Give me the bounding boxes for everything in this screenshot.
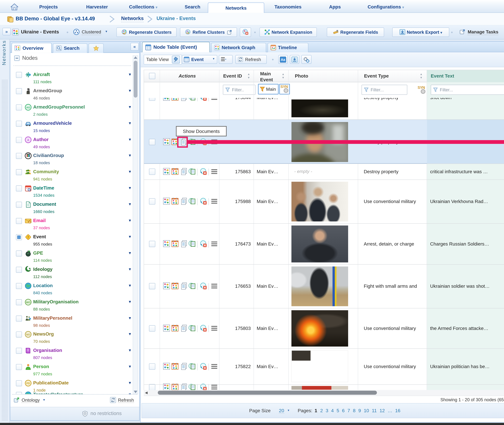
svg-text:NO: NO xyxy=(26,333,30,336)
svg-text:!: ! xyxy=(28,235,29,239)
svg-text:AG: AG xyxy=(26,106,30,109)
svg-text:MO: MO xyxy=(26,301,30,304)
svg-text:@: @ xyxy=(29,221,31,223)
svg-text:A: A xyxy=(27,139,29,141)
svg-text:PD: PD xyxy=(26,382,30,385)
svg-text:Aa: Aa xyxy=(281,58,285,61)
